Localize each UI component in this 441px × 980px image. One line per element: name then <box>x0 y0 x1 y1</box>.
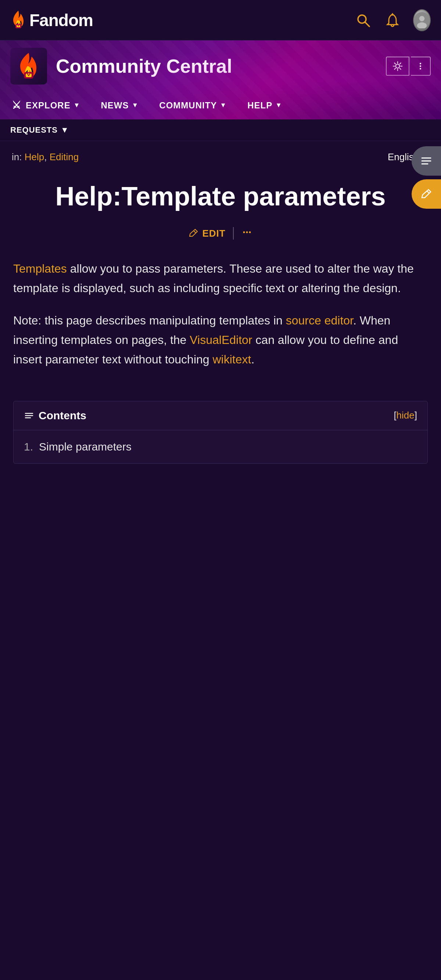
community-label: COMMUNITY <box>159 100 217 111</box>
fandom-logo-text: Fandom <box>29 10 93 30</box>
svg-point-21 <box>420 68 421 70</box>
wiki-title: Community Central <box>56 55 232 77</box>
svg-line-26 <box>194 231 196 233</box>
wiki-header-actions <box>386 57 431 76</box>
svg-line-18 <box>394 68 395 70</box>
edit-label: EDIT <box>202 228 225 239</box>
breadcrumb-prefix: in: <box>12 151 25 162</box>
nav-item-news[interactable]: NEWS ▼ <box>91 92 149 119</box>
svg-point-19 <box>420 63 421 64</box>
article-paragraph-1: Templates allow you to pass parameters. … <box>13 259 428 298</box>
visual-editor-link[interactable]: VisualEditor <box>189 333 252 347</box>
svg-line-3 <box>365 22 369 27</box>
article-paragraph-2: Note: this page describes manipulating t… <box>13 311 428 369</box>
templates-link[interactable]: Templates <box>13 262 67 275</box>
toc-icon <box>420 154 433 167</box>
breadcrumb: in: Help, Editing <box>12 151 79 163</box>
svg-point-20 <box>420 65 421 67</box>
wiki-header: Community Central <box>0 40 441 119</box>
help-label: HELP <box>247 100 272 111</box>
requests-label: REQUESTS <box>10 125 58 135</box>
top-nav-icons <box>354 11 431 29</box>
wiki-header-top: Community Central <box>10 48 431 84</box>
help-chevron-icon: ▼ <box>275 102 282 109</box>
wiki-identity: Community Central <box>10 48 232 84</box>
more-options-button[interactable] <box>241 226 253 241</box>
contents-box: Contents [hide] 1.Simple parameters <box>13 401 428 464</box>
edit-button[interactable]: EDIT <box>188 228 225 239</box>
contents-item-1-text: Simple parameters <box>39 441 132 453</box>
nav-item-community[interactable]: COMMUNITY ▼ <box>149 92 237 119</box>
svg-point-10 <box>396 64 400 68</box>
contents-list-icon <box>24 410 34 421</box>
page-title: Help:Template parameters <box>29 181 412 212</box>
community-chevron-icon: ▼ <box>220 102 227 109</box>
source-editor-link[interactable]: source editor <box>286 314 353 327</box>
contents-item-1: 1.Simple parameters <box>24 438 417 456</box>
contents-toggle: [hide] <box>393 410 417 421</box>
paragraph2-period: . <box>251 353 254 366</box>
nav-item-explore[interactable]: ⚔ EXPLORE ▼ <box>10 91 91 119</box>
breadcrumb-row: in: Help, Editing English ▼ <box>0 141 441 170</box>
wiki-logo-box <box>10 48 47 84</box>
contents-title: Contents <box>24 409 86 422</box>
pencil-edit-icon <box>188 228 199 239</box>
contents-title-text: Contents <box>38 409 86 422</box>
svg-line-16 <box>400 68 401 70</box>
article-content: Templates allow you to pass parameters. … <box>0 252 441 397</box>
edit-float-button[interactable] <box>412 179 441 209</box>
fandom-flame-icon <box>10 10 27 30</box>
contents-list: 1.Simple parameters <box>14 430 427 463</box>
paragraph1-rest: allow you to pass parameters. These are … <box>13 262 414 295</box>
breadcrumb-separator: , <box>44 151 49 162</box>
contents-header: Contents [hide] <box>14 401 427 430</box>
dots-vertical-icon <box>416 62 425 70</box>
sun-icon <box>393 61 403 71</box>
edit-row: EDIT <box>0 219 441 252</box>
contents-bracket-close: ] <box>414 410 417 421</box>
top-nav: Fandom <box>0 0 441 40</box>
svg-line-15 <box>394 63 395 64</box>
news-label: NEWS <box>101 100 129 111</box>
svg-point-6 <box>419 16 425 21</box>
theme-toggle-button[interactable] <box>386 57 409 76</box>
news-chevron-icon: ▼ <box>132 102 139 109</box>
header-more-button[interactable] <box>411 57 431 76</box>
explore-mm-icon: ⚔ <box>12 99 21 111</box>
nav-item-help[interactable]: HELP ▼ <box>237 92 293 119</box>
contents-hide-link[interactable]: hide <box>396 410 414 421</box>
contents-item-1-num: 1. <box>24 441 33 453</box>
breadcrumb-editing-link[interactable]: Editing <box>49 151 79 162</box>
search-icon <box>355 12 371 28</box>
wiki-flame-logo-icon <box>16 51 41 81</box>
wiki-nav: ⚔ EXPLORE ▼ NEWS ▼ COMMUNITY ▼ HELP ▼ <box>10 91 431 119</box>
wikitext-link[interactable]: wikitext <box>213 353 252 366</box>
fandom-logo[interactable]: Fandom <box>10 10 93 30</box>
pencil-float-icon <box>420 188 433 200</box>
avatar-button[interactable] <box>413 11 431 29</box>
svg-line-17 <box>400 63 401 64</box>
content-area: in: Help, Editing English ▼ Help:Templat… <box>0 141 441 464</box>
user-avatar <box>413 9 431 31</box>
paragraph2-start: Note: this page describes manipulating t… <box>13 314 286 327</box>
bell-icon <box>384 12 401 28</box>
notifications-button[interactable] <box>384 11 401 29</box>
svg-point-29 <box>249 231 251 233</box>
svg-point-27 <box>243 231 245 233</box>
avatar-icon <box>414 12 430 28</box>
requests-chevron-icon: ▼ <box>60 125 69 135</box>
dots-horizontal-icon <box>241 226 253 238</box>
explore-label: EXPLORE <box>26 100 70 111</box>
requests-nav: REQUESTS ▼ <box>0 119 441 141</box>
toc-float-button[interactable] <box>412 146 441 176</box>
wiki-logo-inner <box>16 51 41 81</box>
page-title-section: Help:Template parameters <box>0 170 441 219</box>
svg-point-28 <box>246 231 248 233</box>
requests-nav-item[interactable]: REQUESTS ▼ <box>10 125 431 135</box>
search-button[interactable] <box>354 11 372 29</box>
svg-line-25 <box>427 191 429 193</box>
edit-divider <box>233 227 234 240</box>
breadcrumb-help-link[interactable]: Help <box>25 151 44 162</box>
explore-chevron-icon: ▼ <box>73 102 81 109</box>
contents-bracket-open: [ <box>393 410 396 421</box>
